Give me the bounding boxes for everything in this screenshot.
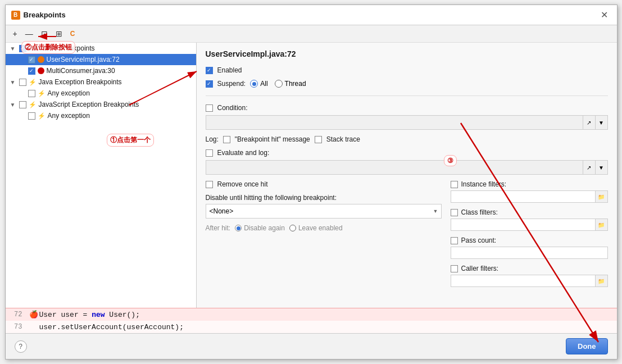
evaluate-label: Evaluate and log:	[217, 149, 270, 157]
evaluate-extra-btn[interactable]: ▼	[596, 160, 608, 175]
class-filters-input[interactable]	[451, 219, 596, 231]
annotation-click-first: ①点击第一个	[107, 134, 154, 147]
toolbar-btn4[interactable]: C	[67, 28, 78, 39]
condition-checkbox[interactable]	[206, 104, 213, 112]
tree-item-java-line-group[interactable]: ▼ Java Line Breakpoints	[6, 43, 196, 54]
suspend-all-option[interactable]: All	[250, 80, 267, 88]
tree-item-multi-consumer[interactable]: MultiConsumer.java:30	[6, 65, 196, 76]
bp-marker-72: 🍎	[28, 310, 39, 319]
checkbox-js-exception-group[interactable]	[19, 101, 26, 108]
caller-filters-section: Caller filters: 📁	[451, 265, 608, 287]
caller-filters-label-row: Caller filters:	[451, 265, 608, 272]
evaluate-input[interactable]	[206, 160, 583, 175]
enabled-checkbox[interactable]	[206, 67, 213, 74]
instance-filters-input[interactable]	[451, 190, 596, 203]
condition-expand-btn[interactable]: ↗	[583, 115, 596, 130]
condition-extra-btn[interactable]: ▼	[596, 115, 608, 130]
title-bar: B Breakpoints ✕	[6, 5, 617, 25]
main-content: ▼ Java Line Breakpoints UserServiceImpl.…	[6, 43, 617, 308]
disable-until-select[interactable]: <None>	[206, 204, 442, 219]
instance-filters-browse-btn[interactable]: 📁	[596, 190, 608, 203]
checkbox-java-exception-group[interactable]	[19, 79, 26, 86]
condition-input-wrapper: ↗ ▼	[206, 115, 608, 130]
line-number-72: 72	[6, 311, 28, 319]
disable-again-option[interactable]: Disable again	[235, 224, 285, 232]
toolbar-btn2[interactable]: ⊡	[38, 28, 51, 40]
remove-once-hit-checkbox[interactable]	[206, 181, 213, 188]
enabled-row: Enabled	[206, 66, 608, 74]
pass-count-input[interactable]	[451, 247, 608, 259]
disable-again-radio[interactable]	[235, 225, 242, 231]
disable-until-select-wrapper: <None>	[206, 204, 442, 219]
dialog-footer: ? Done	[6, 333, 617, 359]
tree-label-js-exception-group: JavaScript Exception Breakpoints	[39, 101, 139, 108]
suspend-all-radio[interactable]	[250, 80, 258, 88]
log-message-label: "Breakpoint hit" message	[235, 135, 310, 143]
caller-filters-label: Caller filters:	[461, 265, 499, 272]
evaluate-section: Evaluate and log: ↗ ▼	[206, 149, 608, 175]
class-filters-section: Class filters: 📁	[451, 208, 608, 231]
stack-trace-label: Stack trace	[326, 135, 360, 143]
tree-item-java-exception-group[interactable]: ▼ ⚡ Java Exception Breakpoints	[6, 76, 196, 88]
bp-title: UserServiceImpl.java:72	[206, 49, 608, 58]
pass-count-checkbox[interactable]	[451, 237, 458, 244]
tree-label-multi-consumer: MultiConsumer.java:30	[47, 67, 115, 75]
suspend-thread-label: Thread	[285, 80, 306, 88]
toolbar-btn3[interactable]: ⊞	[53, 28, 65, 40]
tree-item-user-service[interactable]: UserServiceImpl.java:72	[6, 54, 196, 65]
condition-row: Condition:	[206, 104, 608, 112]
expand-java-exception: ▼	[10, 79, 17, 85]
stack-trace-checkbox[interactable]	[315, 136, 322, 143]
tree-item-any-exception-js[interactable]: ⚡ Any exception	[6, 110, 196, 121]
evaluate-expand-btn[interactable]: ↗	[583, 160, 596, 175]
bp-lightning-any-js: ⚡	[38, 112, 46, 120]
leave-enabled-radio[interactable]	[289, 225, 296, 231]
suspend-thread-option[interactable]: Thread	[275, 80, 306, 88]
suspend-checkbox[interactable]	[206, 80, 213, 88]
suspend-radio-group: All Thread	[250, 80, 306, 88]
code-text-72: User user = new User();	[39, 311, 140, 319]
checkbox-user-service[interactable]	[28, 56, 35, 63]
caller-filters-input[interactable]	[451, 275, 596, 287]
tree-item-any-exception-java[interactable]: ⚡ Any exception	[6, 88, 196, 99]
suspend-label: Suspend:	[217, 80, 246, 88]
help-button[interactable]: ?	[15, 340, 27, 353]
class-filters-label: Class filters:	[461, 208, 498, 216]
tree-item-js-exception-group[interactable]: ▼ ⚡ JavaScript Exception Breakpoints	[6, 99, 196, 110]
suspend-row: Suspend: All Thread	[206, 80, 608, 88]
bp-icon-multi-consumer	[38, 67, 44, 74]
bp-lightning-java: ⚡	[29, 79, 37, 86]
log-section: Log: "Breakpoint hit" message Stack trac…	[206, 135, 608, 143]
caller-filters-input-row: 📁	[451, 275, 608, 287]
line-number-73: 73	[6, 323, 28, 331]
remove-breakpoint-button[interactable]: —	[22, 28, 36, 40]
log-message-checkbox[interactable]	[223, 136, 230, 143]
dialog-title: Breakpoints	[24, 11, 66, 19]
pass-count-input-row	[451, 247, 608, 259]
remove-once-hit-row: Remove once hit	[206, 180, 442, 188]
checkbox-java-line-group[interactable]	[19, 45, 26, 52]
left-panel: ▼ Java Line Breakpoints UserServiceImpl.…	[6, 43, 197, 308]
left-options: Remove once hit Disable until hitting th…	[206, 180, 442, 287]
evaluate-checkbox[interactable]	[206, 149, 213, 157]
instance-filters-checkbox[interactable]	[451, 181, 458, 188]
done-button[interactable]: Done	[566, 338, 608, 354]
code-line-73: 73 user.setUserAccount(userAccount);	[6, 321, 617, 333]
class-filters-checkbox[interactable]	[451, 209, 458, 216]
checkbox-multi-consumer[interactable]	[28, 67, 35, 75]
checkbox-any-exception-js[interactable]	[28, 112, 35, 120]
bp-icon-user-service	[38, 56, 44, 63]
caller-filters-browse-btn[interactable]: 📁	[596, 275, 608, 287]
class-filters-browse-btn[interactable]: 📁	[596, 219, 608, 231]
divider1	[206, 95, 608, 96]
condition-input[interactable]	[206, 115, 583, 130]
checkbox-any-exception-java[interactable]	[28, 90, 35, 97]
add-breakpoint-button[interactable]: +	[10, 28, 20, 40]
leave-enabled-option[interactable]: Leave enabled	[289, 224, 343, 232]
suspend-thread-radio[interactable]	[275, 80, 283, 88]
instance-filters-input-row: 📁	[451, 190, 608, 203]
close-button[interactable]: ✕	[597, 8, 611, 21]
caller-filters-checkbox[interactable]	[451, 265, 458, 272]
instance-filters-label-row: Instance filters:	[451, 180, 608, 188]
title-bar-left: B Breakpoints	[11, 11, 66, 20]
